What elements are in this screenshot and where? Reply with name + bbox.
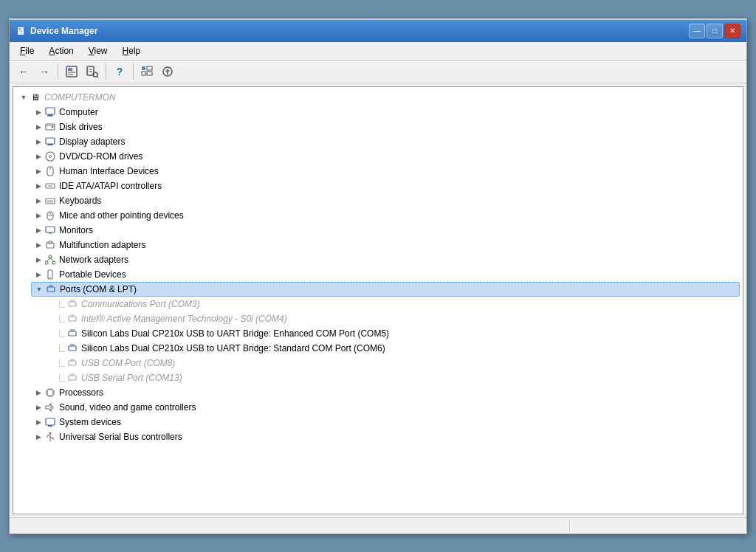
menu-view[interactable]: View: [83, 44, 114, 58]
update-driver-icon: [161, 65, 174, 78]
multifunction-expand-btn[interactable]: ▶: [32, 239, 44, 251]
svg-point-39: [49, 255, 52, 258]
com13-label: USB Serial Port (COM13): [81, 373, 182, 383]
tree-item-monitors[interactable]: ▶ Monitors: [31, 223, 740, 238]
svg-point-18: [52, 125, 54, 128]
status-pane-main: [16, 520, 570, 532]
ports-expand-btn[interactable]: ▼: [33, 283, 45, 295]
toolbar-separator-2: [106, 63, 106, 80]
monitors-expand-btn[interactable]: ▶: [32, 224, 44, 236]
tree-item-network[interactable]: ▶ Network adapters: [31, 252, 740, 267]
properties-button[interactable]: [62, 63, 81, 80]
tree-item-system[interactable]: ▶ System devices: [31, 415, 740, 429]
com5-label: Silicon Labs Dual CP210x USB to UART Bri…: [81, 328, 389, 339]
svg-rect-70: [69, 376, 76, 380]
com4-icon: [66, 313, 78, 325]
ports-icon: [45, 283, 57, 295]
toolbar-separator-1: [58, 63, 58, 80]
mice-expand-btn[interactable]: ▶: [32, 210, 44, 221]
title-bar-left: 🖥 Device Manager: [16, 25, 97, 37]
svg-rect-14: [46, 108, 55, 114]
tree-item-com13[interactable]: ▶ USB Serial Port (COM13): [46, 370, 740, 385]
forward-button[interactable]: →: [35, 63, 54, 80]
system-expand-btn[interactable]: ▶: [32, 416, 44, 428]
computer-expand-btn[interactable]: ▶: [32, 106, 44, 118]
portable-label: Portable Devices: [59, 269, 126, 280]
svg-point-45: [49, 277, 51, 278]
tree-item-usb[interactable]: ▶ Universal Serial Bus controllers: [31, 429, 740, 444]
tree-item-display[interactable]: ▶ Display adapters: [31, 134, 740, 149]
processors-icon: [44, 387, 56, 399]
tree-item-hid[interactable]: ▶ Human Interface Devices: [31, 164, 740, 179]
svg-rect-54: [69, 317, 76, 321]
update-driver-button[interactable]: [158, 63, 177, 80]
svg-point-24: [49, 155, 52, 157]
tree-item-ide[interactable]: ▶ IDE ATA/ATAPI controllers: [31, 179, 740, 193]
processors-label: Processors: [59, 387, 103, 398]
menu-help-label: Help: [123, 46, 141, 56]
tree-item-com8[interactable]: ▶ USB COM Port (COM8): [46, 356, 740, 370]
scan-button[interactable]: [83, 63, 102, 80]
view-icon: [140, 65, 154, 78]
disk-icon: [44, 121, 56, 133]
tree-item-disk[interactable]: ▶ Disk drives: [31, 120, 740, 134]
svg-point-41: [52, 261, 55, 264]
tree-item-multifunction[interactable]: ▶ Multifunction adapters: [31, 238, 740, 252]
usb-expand-btn[interactable]: ▶: [32, 431, 44, 443]
view-button[interactable]: [137, 63, 157, 80]
tree-view[interactable]: ▼ 🖥 COMPUTERMON ▶ Computer ▶ Disk drives: [13, 87, 743, 514]
sound-expand-btn[interactable]: ▶: [32, 401, 44, 413]
tree-item-processors[interactable]: ▶ Processors: [31, 385, 740, 400]
display-expand-btn[interactable]: ▶: [32, 136, 44, 148]
tree-item-sound[interactable]: ▶ Sound, video and game controllers: [31, 400, 740, 415]
tree-item-com6[interactable]: ▶ Silicon Labs Dual CP210x USB to UART B…: [46, 341, 740, 356]
disk-expand-btn[interactable]: ▶: [32, 121, 44, 133]
menu-file[interactable]: File: [14, 44, 40, 58]
tree-connector: [59, 374, 65, 382]
close-button[interactable]: ✕: [724, 24, 740, 38]
root-expand-btn[interactable]: ▼: [18, 92, 30, 103]
ide-label: IDE ATA/ATAPI controllers: [59, 181, 162, 191]
window-title: Device Manager: [30, 26, 97, 36]
back-button[interactable]: ←: [14, 63, 33, 80]
svg-rect-88: [46, 418, 55, 425]
portable-expand-btn[interactable]: ▶: [32, 269, 44, 280]
keyboards-expand-btn[interactable]: ▶: [32, 195, 44, 207]
minimize-button[interactable]: —: [689, 24, 705, 38]
hid-label: Human Interface Devices: [59, 166, 159, 176]
svg-rect-1: [68, 68, 72, 71]
tree-item-mice[interactable]: ▶ Mice and other pointing devices: [31, 208, 740, 223]
svg-rect-66: [69, 361, 76, 365]
tree-item-computer[interactable]: ▶ Computer: [31, 105, 740, 120]
help-button[interactable]: ?: [110, 63, 129, 80]
tree-item-dvd[interactable]: ▶ DVD/CD-ROM drives: [31, 149, 740, 164]
ide-expand-btn[interactable]: ▶: [32, 180, 44, 192]
svg-point-23: [46, 152, 55, 161]
hid-expand-btn[interactable]: ▶: [32, 165, 44, 177]
mice-icon: [44, 210, 56, 221]
tree-root[interactable]: ▼ 🖥 COMPUTERMON: [16, 90, 740, 105]
portable-icon: [44, 269, 56, 280]
processors-expand-btn[interactable]: ▶: [32, 387, 44, 399]
svg-rect-10: [147, 66, 152, 70]
com6-label: Silicon Labs Dual CP210x USB to UART Bri…: [81, 343, 385, 353]
tree-item-com3[interactable]: ▶ Communications Port (COM3): [46, 297, 740, 311]
svg-rect-9: [142, 66, 145, 70]
tree-item-ports[interactable]: ▼ Ports (COM & LPT): [31, 282, 740, 297]
system-icon: [44, 416, 56, 428]
scan-icon: [86, 65, 99, 78]
network-expand-btn[interactable]: ▶: [32, 254, 44, 266]
com6-icon: [66, 342, 78, 354]
tree-item-keyboards[interactable]: ▶ Keyboards: [31, 193, 740, 208]
svg-rect-20: [46, 138, 55, 144]
tree-item-com5[interactable]: ▶ Silicon Labs Dual CP210x USB to UART B…: [46, 326, 740, 341]
tree-item-com4[interactable]: ▶ Intel® Active Management Technology - …: [46, 311, 740, 326]
dvd-expand-btn[interactable]: ▶: [32, 151, 44, 162]
status-bar: [10, 517, 746, 534]
menu-action[interactable]: Action: [43, 44, 79, 58]
svg-rect-50: [69, 302, 76, 306]
com8-label: USB COM Port (COM8): [81, 358, 175, 368]
menu-help[interactable]: Help: [117, 44, 147, 58]
tree-item-portable[interactable]: ▶ Portable Devices: [31, 267, 740, 282]
maximize-button[interactable]: □: [707, 24, 723, 38]
